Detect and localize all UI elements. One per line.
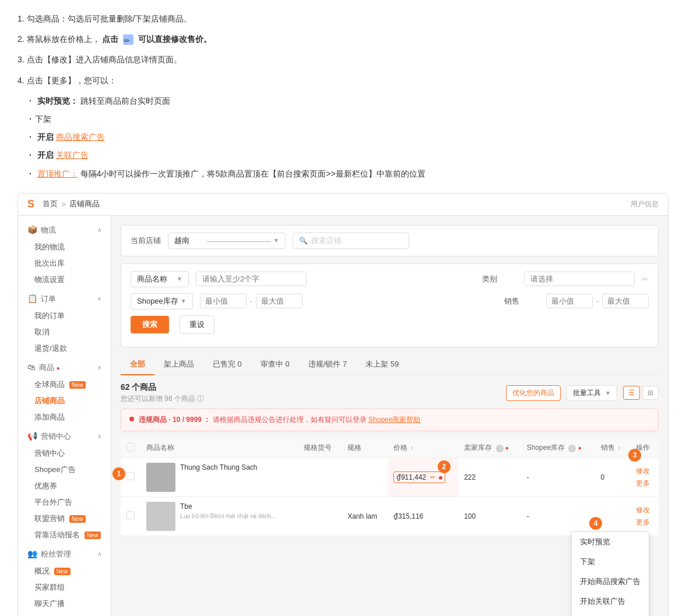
product-list-header: 62 个商品 您还可以新增 98 个商品 ⓘ 优化您的商品 批量工具 ▼ ☰ (121, 382, 659, 404)
dropdown-item-delist[interactable]: 下架 (572, 552, 649, 572)
row1-sales: 0 (595, 457, 630, 497)
content-area: 当前店铺 越南 —————————— ▼ 🔍 搜索店铺 商 (111, 216, 668, 616)
breadcrumb-home[interactable]: 首页 (43, 199, 58, 209)
sidebar-item-cancel[interactable]: 取消 (18, 324, 111, 340)
sidebar-item-add-product[interactable]: 添加商品 (18, 409, 111, 425)
row2-checkbox[interactable] (126, 511, 135, 519)
tab-not-listed[interactable]: 未上架 59 (356, 354, 408, 375)
sidebar-item-shopee-ads[interactable]: Shopee广告 (18, 462, 111, 478)
sidebar-section-products-header[interactable]: 🛍商品 ● ∧ (18, 359, 111, 376)
tab-sold-out[interactable]: 已售完 0 (203, 354, 251, 375)
sidebar-item-marketing-center[interactable]: 营销中心 (18, 445, 111, 462)
sidebar-item-my-logistics[interactable]: 我的物流 (18, 239, 111, 255)
row1-product-image (146, 463, 175, 492)
row2-modify-button[interactable]: 修改 (636, 505, 650, 515)
search-store-input[interactable]: 🔍 搜索店铺 (293, 233, 409, 249)
row2-more-button[interactable]: 更多 (636, 518, 650, 527)
sidebar-section-marketing-header[interactable]: 📢营销中心 ∧ (18, 428, 111, 445)
sidebar-item-external-ads[interactable]: 平台外广告 (18, 494, 111, 511)
sidebar-item-store-products[interactable]: 店铺商品 (18, 393, 111, 409)
top-promote-link[interactable]: 置顶推广： (37, 169, 78, 178)
shopee-logo-icon: S (27, 198, 34, 210)
sales-max-input[interactable] (602, 294, 649, 308)
search-ad-link[interactable]: 商品搜索广告 (56, 132, 105, 142)
sidebar-item-events[interactable]: 背靠活动报名 New (18, 527, 111, 543)
breadcrumb-current: 店铺商品 (69, 199, 100, 209)
warning-link[interactable]: Shopee商家帮助 (368, 416, 420, 424)
sidebar-section-fans-header[interactable]: 👥粉丝管理 ∧ (18, 545, 111, 563)
sidebar-item-affiliate[interactable]: 联盟营销 New (18, 511, 111, 527)
bulk-tools-button[interactable]: 批量工具 ▼ (567, 385, 617, 401)
inventory-select[interactable]: Shopee库存 ▼ (131, 293, 193, 309)
dropdown-item-related-ad[interactable]: 开始关联广告 (572, 592, 649, 611)
annotation-badge-3: 3 (628, 449, 641, 462)
product-name-input[interactable] (196, 272, 307, 286)
sidebar-section-products: 🛍商品 ● ∧ 全球商品 New 店铺商品 添加商品 (18, 359, 111, 425)
product-table: 商品名称 规格货号 规格 价格 ↕ 卖家库存 ⓘ ● Shopee库存 ⓘ ● … (121, 438, 659, 536)
row1-more-button[interactable]: 更多 (636, 478, 650, 488)
col-header-seller-stock: 卖家库存 ⓘ ● (458, 438, 521, 458)
sidebar-item-returns[interactable]: 退货/退款 (18, 340, 111, 357)
tab-reviewing[interactable]: 审查中 0 (251, 354, 299, 375)
filter-area: 商品名称 ▼ 类别 ✏ Shopee库存 ▼ (121, 263, 659, 347)
optimize-button[interactable]: 优化您的商品 (506, 385, 561, 401)
store-select[interactable]: 越南 —————————— ▼ (168, 233, 286, 249)
reset-button[interactable]: 重设 (180, 315, 214, 334)
related-ad-link[interactable]: 关联广告 (56, 150, 89, 160)
row1-price-edit-icon[interactable]: ✏ (430, 474, 435, 481)
instruction-step1: 1. 勾选商品：勾选后可批量删除/下架店铺商品。 (17, 12, 669, 26)
fans-icon: 👥 (27, 549, 37, 558)
grid-view-button[interactable]: ⊞ (642, 386, 659, 400)
logistics-icon: 📦 (27, 225, 37, 234)
sidebar-item-membership[interactable]: 会员 New (18, 612, 111, 616)
sidebar-item-global-products[interactable]: 全球商品 New (18, 376, 111, 393)
row2-product-sub: Lưu trữ tên Bikini mới nhật về dành... (180, 513, 276, 519)
header-actions: 优化您的商品 批量工具 ▼ ☰ ⊞ (506, 385, 659, 401)
dropdown-menu: 4 实时预览 下架 开始商品搜索广告 开始关联广告 点我置顶推广 (571, 531, 649, 616)
row2-action-cell: 修改 更多 (630, 497, 659, 536)
sidebar-item-buyer-groups[interactable]: 买家群组 (18, 579, 111, 596)
category-input[interactable] (524, 272, 635, 286)
store-selector-row: 当前店铺 越南 —————————— ▼ 🔍 搜索店铺 (121, 225, 659, 256)
sidebar-item-coupons[interactable]: 优惠券 (18, 478, 111, 494)
row2-seller-stock: 100 (458, 497, 521, 536)
sales-label: 销售 (504, 296, 539, 307)
bullet-search-ad: 开启 商品搜索广告 (29, 130, 669, 145)
search-button[interactable]: 搜索 (131, 316, 169, 333)
instruction-step4: 4. 点击【更多】，您可以： (17, 73, 669, 88)
row1-action-cell: 3 修改 更多 (630, 457, 659, 497)
tab-violations[interactable]: 违规/锁件 7 (299, 354, 356, 375)
edit-icon[interactable]: ✏ (642, 274, 649, 284)
dropdown-item-preview[interactable]: 实时预览 (572, 532, 649, 552)
tab-on-shelf[interactable]: 架上商品 (154, 354, 203, 375)
row1-seller-stock: 222 (458, 457, 521, 497)
col-header-price[interactable]: 价格 ↕ (388, 438, 458, 458)
warning-banner: 违规商品 · 10 / 9999 ： 请根据商品违规公告进行处理，如有疑问可以登… (121, 409, 659, 431)
product-name-select[interactable]: 商品名称 ▼ (131, 271, 189, 287)
sidebar-item-batch-export[interactable]: 批次出库 (18, 255, 111, 272)
sidebar-section-orders-header[interactable]: 📋订单 ∧ (18, 290, 111, 308)
col-header-sales[interactable]: 销售 ↕ (595, 438, 630, 458)
sales-min-input[interactable] (546, 294, 593, 308)
dropdown-item-search-ad[interactable]: 开始商品搜索广告 (572, 572, 649, 592)
table-row: Thung Sach Thung Sach ₫911,442 (121, 457, 659, 497)
sidebar-item-logistics-settings[interactable]: 物流设置 (18, 272, 111, 288)
select-all-checkbox[interactable] (126, 443, 135, 451)
sidebar-item-overview[interactable]: 概况 New (18, 563, 111, 579)
inventory-max-input[interactable] (256, 294, 302, 308)
top-nav: S 首页 > 店铺商品 用户信息 (18, 193, 668, 216)
shopee-stock-info-icon[interactable]: ⓘ (568, 445, 576, 452)
sidebar-section-logistics-header[interactable]: 📦物流 ∧ (18, 221, 111, 239)
dropdown-item-top-promote[interactable]: 点我置顶推广 (572, 611, 649, 616)
seller-stock-info-icon[interactable]: ⓘ (496, 445, 504, 452)
sidebar-item-chat-broadcast[interactable]: 聊天广播 (18, 596, 111, 612)
tab-all[interactable]: 全部 (121, 354, 154, 375)
inventory-min-input[interactable] (200, 294, 247, 308)
chevron-up-icon-products: ∧ (97, 364, 101, 371)
chevron-up-icon-orders: ∧ (97, 295, 101, 302)
row1-checkbox[interactable] (126, 472, 135, 480)
row1-modify-button[interactable]: 3 修改 (636, 466, 650, 476)
list-view-button[interactable]: ☰ (623, 386, 640, 400)
new-badge-affiliate: New (69, 515, 86, 523)
sidebar-item-my-orders[interactable]: 我的订单 (18, 308, 111, 324)
